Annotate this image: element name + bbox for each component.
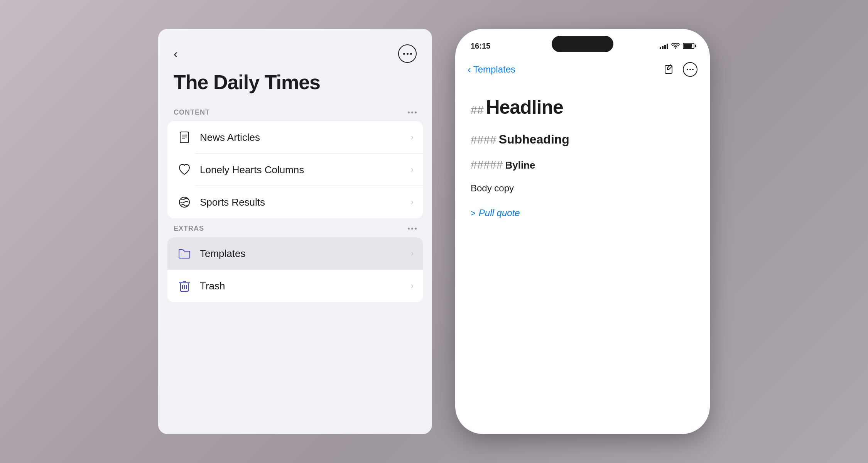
dynamic-island <box>552 36 613 52</box>
headline-prefix: ## <box>471 103 483 117</box>
signal-bars-icon <box>660 43 668 49</box>
phone-back-button[interactable]: ‹ Templates <box>468 64 515 76</box>
battery-icon <box>683 43 694 49</box>
body-copy-text: Body copy <box>471 183 694 194</box>
news-articles-label: News Articles <box>200 132 411 144</box>
scene: ‹ The Daily Times CONTENT <box>0 0 868 463</box>
lonely-hearts-chevron: › <box>411 165 414 175</box>
byline-text: Byline <box>505 159 535 171</box>
phone-back-arrow-icon: ‹ <box>468 64 471 76</box>
trash-chevron: › <box>411 281 414 291</box>
subheading-row: #### Subheading <box>471 132 694 147</box>
heart-icon <box>177 162 192 177</box>
news-articles-chevron: › <box>411 132 414 142</box>
status-time: 16:15 <box>471 42 490 51</box>
more-dots-icon <box>403 53 412 55</box>
phone-more-dots-icon <box>687 69 694 70</box>
wifi-icon <box>671 43 680 49</box>
phone-nav-bar: ‹ Templates <box>455 56 710 84</box>
left-header: ‹ <box>158 29 432 71</box>
subheading-text: Subheading <box>499 132 569 147</box>
trash-label: Trash <box>200 280 411 292</box>
templates-chevron: › <box>411 248 414 259</box>
extras-section-more[interactable] <box>408 228 417 230</box>
lonely-hearts-label: Lonely Hearts Columns <box>200 164 411 176</box>
status-icons <box>660 43 694 49</box>
phone-back-label: Templates <box>473 64 515 75</box>
extras-section-label: EXTRAS <box>174 225 204 233</box>
templates-item[interactable]: Templates › <box>167 237 423 270</box>
back-button[interactable]: ‹ <box>174 47 178 60</box>
phone-content: ## Headline #### Subheading ##### Byline… <box>455 84 710 434</box>
pullquote-text: Pull quote <box>479 208 520 218</box>
document-icon <box>177 130 192 145</box>
content-section-more[interactable] <box>408 112 417 113</box>
app-title: The Daily Times <box>158 71 432 105</box>
pullquote-arrow: > <box>471 208 476 218</box>
right-panel-phone: 16:15 ‹ <box>455 29 710 434</box>
extras-section-header: EXTRAS <box>158 221 432 237</box>
sports-results-item[interactable]: Sports Results › <box>167 186 423 218</box>
headline-text: Headline <box>486 96 563 118</box>
sports-icon <box>177 194 192 210</box>
content-section-label: CONTENT <box>174 108 210 117</box>
folder-icon <box>177 246 192 261</box>
lonely-hearts-item[interactable]: Lonely Hearts Columns › <box>167 154 423 186</box>
templates-label: Templates <box>200 248 411 260</box>
trash-item[interactable]: Trash › <box>167 270 423 302</box>
byline-row: ##### Byline <box>471 158 694 171</box>
headline-row: ## Headline <box>471 96 694 118</box>
sports-results-chevron: › <box>411 197 414 207</box>
left-panel: ‹ The Daily Times CONTENT <box>158 29 432 434</box>
pullquote-row: > Pull quote <box>471 208 694 218</box>
phone-nav-actions <box>663 62 697 77</box>
byline-prefix: ##### <box>471 158 503 171</box>
news-articles-item[interactable]: News Articles › <box>167 121 423 154</box>
sports-results-label: Sports Results <box>200 196 411 208</box>
content-section-header: CONTENT <box>158 105 432 121</box>
phone-more-button[interactable] <box>683 62 697 77</box>
extras-list-card: Templates › Trash › <box>167 237 423 302</box>
subheading-prefix: #### <box>471 133 496 146</box>
content-list-card: News Articles › Lonely Hearts Columns › <box>167 121 423 218</box>
edit-button[interactable] <box>663 63 675 76</box>
trash-icon <box>177 278 192 294</box>
more-button[interactable] <box>398 44 417 63</box>
